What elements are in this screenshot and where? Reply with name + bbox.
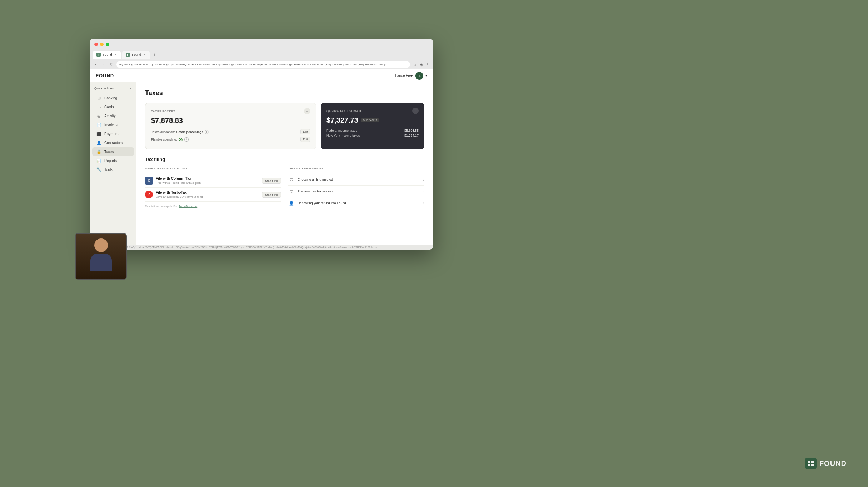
taxes-pocket-label: TAXES POCKET → xyxy=(151,108,310,114)
svg-rect-2 xyxy=(808,464,810,466)
person-body xyxy=(90,254,112,271)
tab-close-2[interactable]: ✕ xyxy=(143,53,146,56)
sidebar-item-payments[interactable]: ⬛ Payments xyxy=(92,129,134,138)
sidebar-item-invoices[interactable]: 📄 Invoices xyxy=(92,120,134,129)
flexible-label: Flexible spending: xyxy=(151,138,177,141)
flexible-info-icon[interactable]: i xyxy=(184,137,189,142)
sidebar-label-contractors: Contractors xyxy=(104,141,123,145)
back-button[interactable]: ‹ xyxy=(93,62,99,67)
sidebar-item-banking[interactable]: ⊞ Banking xyxy=(92,94,134,102)
tip-1-label: Choosing a filing method xyxy=(298,178,333,181)
tab-found-2[interactable]: F Found ✕ xyxy=(122,51,150,59)
tip-filing-method-left: © Choosing a filing method xyxy=(288,176,333,183)
user-chevron-icon: ▾ xyxy=(425,74,427,78)
tab-found-1[interactable]: F Found ✕ xyxy=(93,51,121,59)
tab-label-1: Found xyxy=(103,53,112,56)
turbotax-desc: Save an additional 20% off your filing xyxy=(156,195,203,198)
status-url: my.staging.found.com/?_gl=1*6d2m0g*_gcl_… xyxy=(93,246,377,249)
sidebar-item-toolkit[interactable]: 🔧 Toolkit xyxy=(92,165,134,174)
tip-1-icon: © xyxy=(288,176,295,183)
column-tax-info: File with Column Tax Free with a Found P… xyxy=(156,177,201,185)
tip-1-chevron-icon: › xyxy=(423,177,424,182)
tip-refund-left: 👤 Depositing your refund into Found xyxy=(288,200,346,206)
federal-tax-amount: $5,603.55 xyxy=(404,129,419,132)
sidebar-item-cards[interactable]: ▭ Cards xyxy=(92,103,134,111)
tip-3-chevron-icon: › xyxy=(423,201,424,205)
sidebar-item-taxes[interactable]: 🔒 Taxes xyxy=(92,147,134,156)
main-content: Taxes TAXES POCKET → $7,878.83 Taxes all… xyxy=(136,82,433,245)
allocation-edit-button[interactable]: Edit xyxy=(300,129,310,134)
banking-icon: ⊞ xyxy=(96,95,101,100)
column-tax-logo: C xyxy=(145,177,153,185)
column-start-filing-button[interactable]: Start filing xyxy=(262,178,281,184)
tip-2-chevron-icon: › xyxy=(423,189,424,193)
taxes-pocket-arrow[interactable]: → xyxy=(304,108,310,114)
minimize-button[interactable] xyxy=(100,43,104,46)
found-brand-icon xyxy=(805,458,817,469)
turbotax-info: File with TurboTax Save an additional 20… xyxy=(156,191,203,198)
filing-right: TIPS AND RESOURCES © Choosing a filing m… xyxy=(288,167,424,209)
tip-preparing[interactable]: © Preparing for tax season › xyxy=(288,186,424,197)
sidebar: Quick actions ▾ ⊞ Banking ▭ Cards ◎ Acti… xyxy=(90,82,136,245)
quick-actions[interactable]: Quick actions ▾ xyxy=(90,85,136,92)
tip-2-icon: © xyxy=(288,188,295,195)
turbo-link[interactable]: TurboTax terms xyxy=(179,205,197,208)
address-bar[interactable]: my.staging.found.com/?_gl=1*6d2m0g*_gcl_… xyxy=(116,61,410,68)
browser-tabs: F Found ✕ F Found ✕ + xyxy=(90,50,433,59)
sidebar-label-payments: Payments xyxy=(104,132,120,136)
app-header: FOUND Lance Free LF ▾ xyxy=(90,69,433,82)
flexible-value: ON xyxy=(179,138,184,141)
maximize-button[interactable] xyxy=(106,43,109,46)
tab-favicon-2: F xyxy=(126,53,130,57)
browser-window: F Found ✕ F Found ✕ + ‹ › ↻ my.staging.f… xyxy=(90,39,433,250)
toolkit-icon: 🔧 xyxy=(96,167,101,172)
user-name: Lance Free xyxy=(395,74,413,78)
tab-label-2: Found xyxy=(132,53,141,56)
flexible-edit-button[interactable]: Edit xyxy=(300,137,310,142)
activity-icon: ◎ xyxy=(96,113,101,118)
refresh-button[interactable]: ↻ xyxy=(109,62,114,67)
column-tax-left: C File with Column Tax Free with a Found… xyxy=(145,177,201,185)
browser-addressbar: ‹ › ↻ my.staging.found.com/?_gl=1*6d2m0g… xyxy=(90,59,433,69)
tax-estimate-arrow[interactable]: → xyxy=(412,108,419,114)
filing-left: SAVE ON YOUR TAX FILING C File with Colu… xyxy=(145,167,281,209)
browser-chrome: F Found ✕ F Found ✕ + ‹ › ↻ my.staging.f… xyxy=(90,39,433,69)
tip-refund[interactable]: 👤 Depositing your refund into Found › xyxy=(288,197,424,209)
turbo-start-filing-button[interactable]: Start filing xyxy=(262,192,281,198)
page-title: Taxes xyxy=(145,89,424,97)
app-body: Quick actions ▾ ⊞ Banking ▭ Cards ◎ Acti… xyxy=(90,82,433,245)
taxes-pocket-card: TAXES POCKET → $7,878.83 Taxes allocatio… xyxy=(145,103,316,149)
sidebar-item-reports[interactable]: 📊 Reports xyxy=(92,156,134,165)
column-tax-desc: Free with a Found Plus annual plan xyxy=(156,181,201,185)
tax-estimate-card: Q4 2024 TAX ESTIMATE → $7,327.73 DUE JAN… xyxy=(321,103,424,149)
close-button[interactable] xyxy=(94,43,98,46)
forward-button[interactable]: › xyxy=(101,62,106,67)
menu-icon[interactable]: ⋮ xyxy=(425,62,430,67)
user-info[interactable]: Lance Free LF ▾ xyxy=(395,72,427,80)
ny-tax-amount: $1,724.17 xyxy=(404,134,419,137)
tip-filing-method[interactable]: © Choosing a filing method › xyxy=(288,174,424,186)
allocation-info-icon[interactable]: i xyxy=(205,130,209,134)
tab-close-1[interactable]: ✕ xyxy=(114,53,117,56)
taxes-icon: 🔒 xyxy=(96,149,101,154)
cards-row: TAXES POCKET → $7,878.83 Taxes allocatio… xyxy=(145,103,424,149)
found-brand-text: FOUND xyxy=(819,459,847,468)
address-icons: ☆ ◉ ⋮ xyxy=(412,62,430,67)
reports-icon: 📊 xyxy=(96,158,101,163)
new-tab-button[interactable]: + xyxy=(151,51,158,58)
sidebar-item-activity[interactable]: ◎ Activity xyxy=(92,112,134,120)
sidebar-label-toolkit: Toolkit xyxy=(104,168,114,172)
url-text: my.staging.found.com/?_gl=1*6d2m0g*_gcl_… xyxy=(119,63,389,66)
tip-3-icon: 👤 xyxy=(288,200,295,206)
save-label: SAVE ON YOUR TAX FILING xyxy=(145,167,281,170)
sidebar-label-activity: Activity xyxy=(104,114,116,118)
column-tax-option: C File with Column Tax Free with a Found… xyxy=(145,174,281,188)
federal-tax-row: Federal income taxes $5,603.55 xyxy=(326,129,419,132)
contractors-icon: 👤 xyxy=(96,140,101,145)
user-avatar: LF xyxy=(415,72,423,80)
profile-icon[interactable]: ◉ xyxy=(419,62,424,67)
sidebar-label-reports: Reports xyxy=(104,159,117,163)
bookmark-icon[interactable]: ☆ xyxy=(412,62,417,67)
svg-rect-0 xyxy=(808,461,810,463)
sidebar-item-contractors[interactable]: 👤 Contractors xyxy=(92,138,134,147)
